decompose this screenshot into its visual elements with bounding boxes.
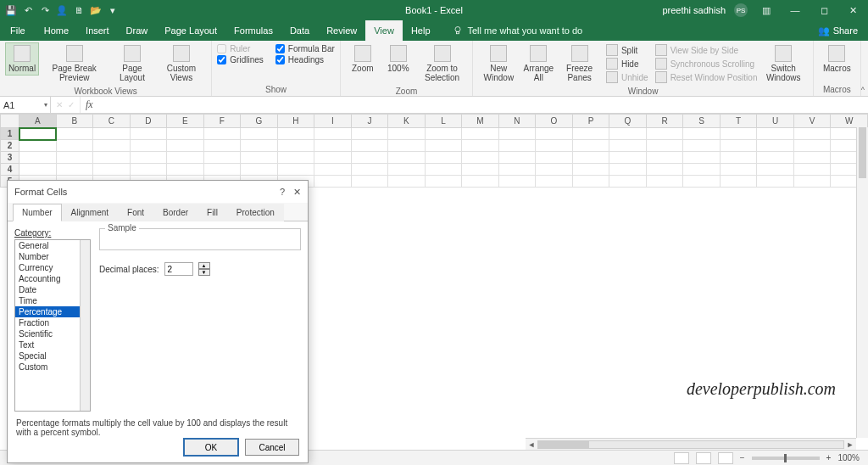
split-button[interactable]: Split [606, 44, 648, 56]
column-header[interactable]: H [277, 115, 314, 128]
zoom-percent[interactable]: 100% [837, 453, 860, 462]
column-header[interactable]: I [314, 115, 352, 128]
cell[interactable] [167, 164, 204, 176]
dialog-tab-font[interactable]: Font [118, 204, 153, 221]
column-header[interactable]: Q [609, 115, 647, 128]
cell[interactable] [498, 140, 536, 152]
hide-button[interactable]: Hide [606, 58, 648, 70]
cell[interactable] [351, 128, 388, 140]
cell[interactable] [167, 128, 204, 140]
cell[interactable] [203, 164, 241, 176]
redo-icon[interactable]: ↷ [39, 4, 51, 16]
menu-tab-insert[interactable]: Insert [77, 20, 118, 41]
zoom-out-icon[interactable]: − [740, 453, 745, 462]
cell[interactable] [646, 164, 683, 176]
macros-button[interactable]: Macros [819, 42, 855, 76]
row-header[interactable]: 2 [1, 140, 19, 152]
zoom-button[interactable]: Zoom [346, 42, 380, 76]
cell[interactable] [203, 152, 241, 164]
column-header[interactable]: N [498, 115, 536, 128]
cell[interactable] [314, 140, 352, 152]
dialog-tab-alignment[interactable]: Alignment [62, 204, 118, 221]
cell[interactable] [720, 140, 757, 152]
cell[interactable] [241, 140, 278, 152]
page-break-preview-button[interactable]: Page Break Preview [41, 42, 108, 85]
ok-button[interactable]: OK [184, 439, 238, 456]
arrange-all-button[interactable]: Arrange All [520, 42, 556, 85]
account-name[interactable]: preethi sadhish [662, 5, 726, 15]
column-header[interactable]: U [757, 115, 794, 128]
cell[interactable] [351, 176, 388, 188]
category-item[interactable]: Number [15, 251, 90, 262]
cell[interactable] [757, 140, 794, 152]
cell[interactable] [314, 176, 352, 188]
cell[interactable] [351, 152, 388, 164]
cell[interactable] [683, 176, 721, 188]
menu-tab-data[interactable]: Data [281, 20, 318, 41]
category-item[interactable]: Currency [15, 262, 90, 273]
cell[interactable] [351, 140, 388, 152]
close-icon[interactable]: ✕ [843, 0, 863, 20]
page-layout-shortcut[interactable] [696, 452, 711, 464]
undo-icon[interactable]: ↶ [22, 4, 34, 16]
cell[interactable] [609, 176, 647, 188]
column-header[interactable]: M [462, 115, 499, 128]
normal-view-shortcut[interactable] [674, 452, 689, 464]
page-layout-view-button[interactable]: Page Layout [109, 42, 154, 85]
ribbon-display-options-icon[interactable]: ▥ [756, 0, 776, 20]
column-header[interactable]: B [56, 115, 93, 128]
cell[interactable] [757, 152, 794, 164]
cell[interactable] [572, 152, 609, 164]
cell[interactable] [646, 140, 683, 152]
cell[interactable] [314, 128, 352, 140]
user-icon[interactable]: 👤 [56, 4, 68, 16]
cell[interactable] [498, 176, 536, 188]
cell[interactable] [388, 140, 426, 152]
cell[interactable] [167, 140, 204, 152]
cell[interactable] [646, 152, 683, 164]
cell[interactable] [462, 176, 499, 188]
category-item[interactable]: Fraction [15, 317, 90, 328]
cell[interactable] [757, 164, 794, 176]
cell[interactable] [314, 152, 352, 164]
namebox-dropdown-icon[interactable]: ▾ [44, 101, 47, 109]
formula-bar-input[interactable] [98, 97, 868, 113]
custom-views-button[interactable]: Custom Views [156, 42, 206, 85]
cell[interactable] [793, 176, 831, 188]
minimize-icon[interactable]: — [785, 0, 805, 20]
cell[interactable] [56, 164, 93, 176]
account-avatar[interactable]: PS [734, 3, 748, 17]
cell[interactable] [536, 128, 573, 140]
formula-bar-checkbox[interactable]: Formula Bar [275, 44, 335, 53]
cell[interactable] [130, 140, 167, 152]
maximize-icon[interactable]: ◻ [814, 0, 834, 20]
category-item[interactable]: Text [15, 339, 90, 350]
scrollbar-thumb[interactable] [859, 127, 866, 178]
category-item[interactable]: Scientific [15, 328, 90, 339]
cell[interactable] [130, 152, 167, 164]
cell[interactable] [19, 164, 57, 176]
category-item[interactable]: Time [15, 295, 90, 306]
row-header[interactable]: 3 [1, 152, 19, 164]
category-item[interactable]: General [15, 240, 90, 251]
decimal-spin-down[interactable]: ▼ [198, 269, 210, 276]
cell[interactable] [19, 140, 57, 152]
category-item[interactable]: Special [15, 350, 90, 361]
scrollbar-thumb[interactable] [538, 441, 589, 448]
cell[interactable] [93, 164, 131, 176]
column-header[interactable]: C [93, 115, 131, 128]
cell[interactable] [56, 152, 93, 164]
cell[interactable] [130, 164, 167, 176]
cell[interactable] [277, 152, 314, 164]
dialog-tab-fill[interactable]: Fill [198, 204, 227, 221]
cell[interactable] [793, 128, 831, 140]
cell[interactable] [646, 176, 683, 188]
dialog-close-icon[interactable]: ✕ [293, 187, 301, 198]
column-header[interactable]: J [351, 115, 388, 128]
cell[interactable] [425, 176, 462, 188]
cell[interactable] [388, 152, 426, 164]
decimal-spin-up[interactable]: ▲ [198, 262, 210, 269]
menu-tab-formulas[interactable]: Formulas [225, 20, 281, 41]
cell[interactable] [683, 164, 721, 176]
cell[interactable] [609, 164, 647, 176]
